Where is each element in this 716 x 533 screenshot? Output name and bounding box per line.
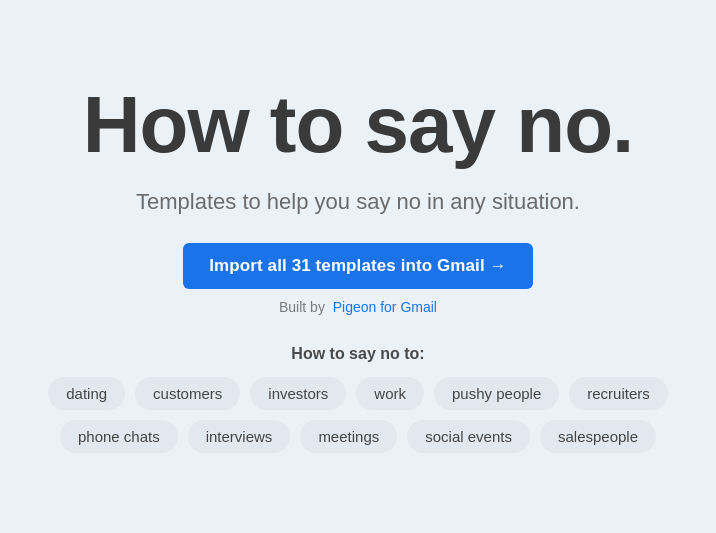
tag-interviews[interactable]: interviews xyxy=(188,420,291,453)
built-by-prefix: Built by xyxy=(279,299,325,315)
pigeon-link[interactable]: Pigeon for Gmail xyxy=(333,299,437,315)
tag-dating[interactable]: dating xyxy=(48,377,125,410)
tag-social-events[interactable]: social events xyxy=(407,420,530,453)
tag-recruiters[interactable]: recruiters xyxy=(569,377,668,410)
tag-phone-chats[interactable]: phone chats xyxy=(60,420,178,453)
tag-investors[interactable]: investors xyxy=(250,377,346,410)
subtitle: Templates to help you say no in any situ… xyxy=(136,189,580,215)
import-button[interactable]: Import all 31 templates into Gmail → xyxy=(183,243,532,289)
tag-meetings[interactable]: meetings xyxy=(300,420,397,453)
tag-work[interactable]: work xyxy=(356,377,424,410)
tags-container: datingcustomersinvestorsworkpushy people… xyxy=(48,377,668,453)
main-heading: How to say no. xyxy=(83,81,634,169)
built-by-text: Built by Pigeon for Gmail xyxy=(279,299,437,315)
tag-salespeople[interactable]: salespeople xyxy=(540,420,656,453)
tag-pushy-people[interactable]: pushy people xyxy=(434,377,559,410)
main-container: How to say no. Templates to help you say… xyxy=(0,61,716,473)
say-no-section: How to say no to: datingcustomersinvesto… xyxy=(20,345,696,453)
say-no-label: How to say no to: xyxy=(291,345,424,363)
tag-customers[interactable]: customers xyxy=(135,377,240,410)
